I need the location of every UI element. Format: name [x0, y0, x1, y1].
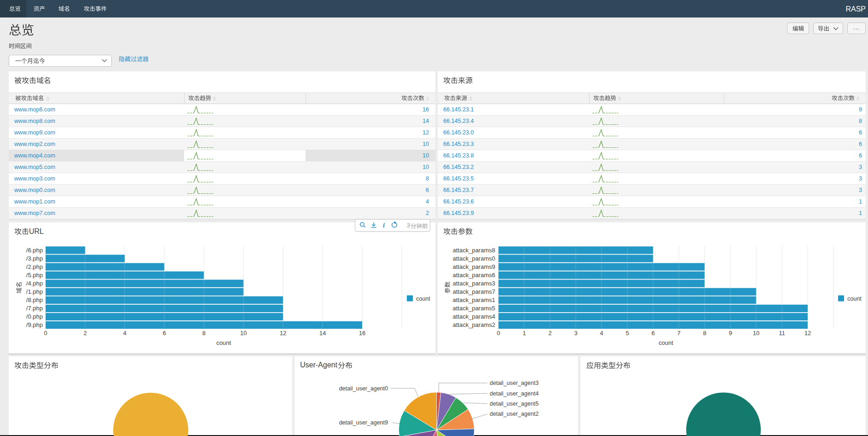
- svg-text:7: 7: [677, 330, 680, 337]
- svg-text:4: 4: [600, 330, 603, 337]
- svg-text:/7.php: /7.php: [26, 305, 43, 312]
- svg-text:detail_user_agent2: detail_user_agent2: [490, 411, 538, 417]
- svg-text:count: count: [847, 296, 862, 302]
- svg-text:8: 8: [703, 330, 706, 337]
- svg-text:count: count: [216, 339, 231, 346]
- svg-text:5: 5: [625, 330, 629, 337]
- svg-text:i: i: [383, 222, 385, 229]
- svg-text:attack_params4: attack_params4: [453, 313, 496, 320]
- svg-text:count: count: [659, 339, 673, 346]
- svg-text:12: 12: [280, 330, 286, 337]
- svg-text:attack_params0: attack_params0: [453, 255, 496, 262]
- svg-text:9: 9: [729, 330, 732, 337]
- svg-text:6: 6: [162, 330, 166, 337]
- svg-text:0: 0: [44, 330, 47, 337]
- svg-text:11: 11: [779, 330, 785, 337]
- svg-text:/9.php: /9.php: [26, 321, 43, 328]
- svg-text:attack_params2: attack_params2: [453, 321, 496, 328]
- svg-text:detail_user_agent3: detail_user_agent3: [490, 380, 538, 386]
- svg-text:3: 3: [574, 330, 577, 337]
- svg-text:/3.php: /3.php: [26, 255, 43, 262]
- svg-text:/1.php: /1.php: [26, 288, 43, 295]
- svg-text:10: 10: [240, 330, 247, 337]
- svg-text:4: 4: [123, 330, 126, 337]
- svg-text:attack_params5: attack_params5: [453, 305, 496, 312]
- svg-text:attack_params6: attack_params6: [453, 272, 496, 279]
- svg-text:/2.php: /2.php: [26, 263, 43, 270]
- svg-text:10: 10: [753, 330, 759, 337]
- svg-text:/0.php: /0.php: [26, 313, 43, 320]
- svg-text:/6.php: /6.php: [26, 247, 43, 254]
- svg-text:detail_user_agent9: detail_user_agent9: [339, 419, 388, 426]
- svg-text:2: 2: [548, 330, 551, 337]
- svg-text:detail_user_agent5: detail_user_agent5: [490, 401, 538, 407]
- svg-text:12: 12: [804, 330, 811, 337]
- svg-text:1: 1: [522, 330, 526, 337]
- svg-text:detail_user_agent0: detail_user_agent0: [339, 385, 388, 392]
- svg-text:/8.php: /8.php: [26, 296, 43, 303]
- svg-text:attack_params7: attack_params7: [453, 288, 496, 295]
- svg-text:count: count: [416, 296, 430, 302]
- svg-text:8: 8: [202, 330, 205, 337]
- svg-text:16: 16: [359, 330, 365, 337]
- svg-text:detail_user_agent4: detail_user_agent4: [490, 390, 538, 397]
- svg-text:/5.php: /5.php: [26, 272, 43, 279]
- svg-text:6: 6: [651, 330, 654, 337]
- svg-text:14: 14: [319, 330, 326, 337]
- svg-text:attack_params1: attack_params1: [453, 296, 496, 303]
- svg-text:attack_params9: attack_params9: [453, 263, 496, 270]
- svg-text:/4.php: /4.php: [26, 280, 43, 287]
- svg-text:2: 2: [83, 330, 87, 337]
- svg-text:0: 0: [497, 330, 500, 337]
- svg-text:attack_params3: attack_params3: [453, 280, 496, 287]
- svg-text:attack_params8: attack_params8: [453, 247, 496, 254]
